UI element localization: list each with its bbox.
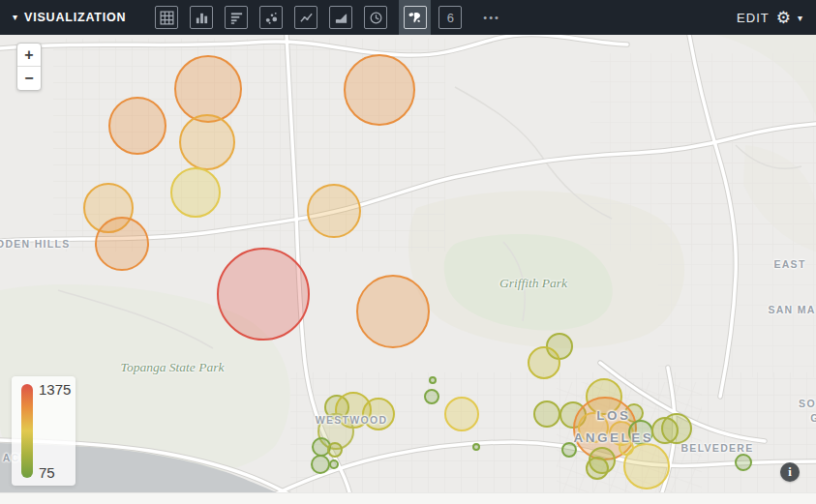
map-bubble[interactable]: [109, 98, 166, 154]
map-bubble[interactable]: [736, 455, 751, 470]
visualization-panel-toggle[interactable]: ▾ VISUALIZATION: [0, 11, 126, 24]
zoom-control: + −: [16, 43, 42, 91]
legend-gradient-bar: [21, 384, 33, 478]
scatter-plot-icon: [264, 11, 279, 25]
collapse-caret-icon: ▾: [13, 13, 17, 22]
map-bubble[interactable]: [587, 458, 608, 479]
zoom-in-button[interactable]: +: [17, 44, 41, 67]
panel-title: VISUALIZATION: [24, 11, 126, 24]
map-bubble[interactable]: [445, 398, 478, 430]
line-chart-button[interactable]: [294, 6, 317, 29]
numbered-viz-button[interactable]: 6: [438, 6, 462, 29]
line-chart-icon: [299, 11, 314, 25]
attribution-strip: [0, 492, 816, 504]
map-bubble[interactable]: [218, 249, 309, 340]
map-legend: 1375 75: [12, 376, 76, 486]
map-canvas[interactable]: HIDDEN HILLSACHWESTWOODLOSANGELESBELVEDE…: [0, 35, 816, 504]
tile-map-button-selected[interactable]: [399, 0, 431, 35]
data-table-button[interactable]: [155, 6, 178, 29]
map-bubble[interactable]: [430, 377, 436, 383]
attribution-info-button[interactable]: i: [780, 462, 800, 482]
map-bubble[interactable]: [662, 414, 691, 443]
map-bubble[interactable]: [357, 276, 429, 347]
map-bubble[interactable]: [562, 443, 576, 457]
map-bubble[interactable]: [425, 390, 438, 403]
map-bubble[interactable]: [345, 55, 414, 125]
map-bubble[interactable]: [313, 438, 330, 456]
map-bubble[interactable]: [363, 399, 394, 430]
vertical-bar-chart-icon: [195, 11, 209, 25]
map-bubble[interactable]: [180, 115, 234, 169]
map-bubble[interactable]: [330, 460, 338, 468]
data-table-icon: [160, 11, 174, 25]
tile-map-icon: [408, 11, 422, 25]
map-bubble[interactable]: [629, 421, 652, 444]
visualization-app: ▾ VISUALIZATION: [0, 0, 816, 504]
numbered-viz-label: 6: [447, 11, 454, 25]
map-bubble[interactable]: [171, 168, 220, 217]
map-bubble[interactable]: [328, 443, 342, 457]
horizontal-bar-chart-icon: [229, 11, 244, 25]
clock-icon: [369, 11, 383, 25]
map-bubble[interactable]: [96, 218, 148, 270]
map-tiles: [0, 35, 816, 504]
toolbar: ▾ VISUALIZATION: [0, 0, 816, 35]
map-bubble[interactable]: [312, 456, 329, 473]
legend-min-value: 75: [39, 464, 55, 481]
map-bubble[interactable]: [308, 185, 360, 237]
vertical-bar-chart-button[interactable]: [190, 6, 213, 29]
map-bubble[interactable]: [473, 444, 479, 450]
scatter-plot-button[interactable]: [259, 6, 283, 29]
gear-icon[interactable]: ⚙: [776, 10, 791, 26]
area-chart-button[interactable]: [329, 6, 352, 29]
map-bubble[interactable]: [529, 347, 559, 378]
map-bubble[interactable]: [624, 444, 669, 489]
map-bubble[interactable]: [534, 401, 559, 427]
time-series-button[interactable]: [364, 6, 387, 29]
horizontal-bar-chart-button[interactable]: [225, 6, 248, 29]
zoom-out-button[interactable]: −: [17, 67, 41, 90]
legend-max-value: 1375: [39, 381, 71, 398]
edit-button[interactable]: EDIT: [737, 11, 770, 25]
more-viz-button[interactable]: •••: [483, 12, 500, 23]
area-chart-icon: [334, 11, 348, 25]
toolbar-right: EDIT ⚙ ▾: [737, 10, 816, 26]
viz-type-switcher: 6 •••: [155, 0, 500, 35]
map-bubble[interactable]: [175, 56, 241, 122]
chevron-down-icon[interactable]: ▾: [798, 13, 802, 23]
